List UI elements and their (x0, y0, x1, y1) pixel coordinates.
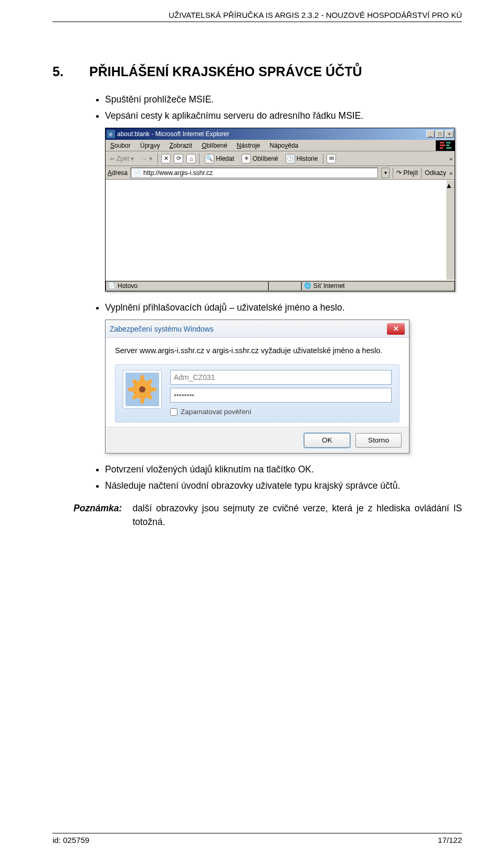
ie-app-icon: e (107, 130, 115, 138)
bullet-item: Spuštění prohlížeče MSIE. (105, 94, 462, 105)
home-icon[interactable]: ⌂ (186, 154, 196, 163)
star-icon: ✳ (242, 154, 251, 163)
menu-soubor[interactable]: Soubor (106, 142, 135, 149)
toolbar-overflow[interactable]: » (449, 156, 453, 162)
footer-page: 17/122 (438, 836, 462, 844)
credentials-dialog: Zabezpečení systému Windows ✕ Server www… (105, 320, 410, 454)
ie-logo-icon (436, 140, 455, 151)
ie-toolbar: ⇐ Zpět ▾ → ▾ ✕ ⟳ ⌂ 🔍Hledat ✳Oblíbené 🕑Hi… (106, 151, 455, 166)
links-label[interactable]: Odkazy (425, 169, 446, 177)
toolbar-separator (421, 168, 422, 178)
credentials-panel: Zapamatovat pověření (115, 364, 400, 423)
ok-button[interactable]: OK (304, 433, 350, 448)
section-heading: 5. PŘIHLÁŠENÍ KRAJSKÉHO SPRÁVCE ÚČTŮ (52, 64, 462, 79)
search-button[interactable]: 🔍Hledat (203, 153, 236, 164)
ie-menubar: Soubor Úpravy Zobrazit Oblíbené Nástroje… (106, 140, 455, 151)
menu-napoveda[interactable]: Nápověda (265, 142, 303, 149)
stop-icon[interactable]: ✕ (161, 154, 171, 163)
bullet-item: Potvrzení vložených údajů kliknutím na t… (105, 464, 462, 475)
toolbar-separator (323, 153, 323, 164)
ie-addressbar: Adresa 📄 http://www.argis-i.sshr.cz ▾ ↷ … (106, 166, 455, 180)
toolbar-separator (158, 153, 158, 164)
address-input[interactable]: 📄 http://www.argis-i.sshr.cz (131, 168, 378, 178)
svg-point-5 (128, 387, 136, 392)
menu-upravy[interactable]: Úpravy (135, 142, 165, 149)
note-block: Poznámka: další obrazovky jsou sejmuty z… (74, 502, 462, 529)
minimize-button[interactable]: _ (426, 130, 435, 138)
svg-point-6 (149, 387, 157, 392)
page-icon: 📄 (133, 169, 141, 177)
note-label: Poznámka: (74, 502, 122, 529)
dialog-close-button[interactable]: ✕ (387, 323, 405, 335)
links-overflow[interactable]: » (449, 170, 453, 176)
favorites-button[interactable]: ✳Oblíbené (239, 153, 280, 164)
toolbar-separator (199, 153, 200, 164)
close-button[interactable]: × (445, 130, 454, 138)
zone-text: Síť Internet (313, 282, 345, 290)
ie-titlebar[interactable]: e about:blank - Microsoft Internet Explo… (106, 128, 455, 140)
toolbar-separator (393, 168, 393, 178)
menu-nastroje[interactable]: Nástroje (232, 142, 265, 149)
maximize-button[interactable]: □ (436, 130, 444, 138)
refresh-icon[interactable]: ⟳ (174, 154, 183, 163)
menu-oblibene[interactable]: Oblíbené (197, 142, 232, 149)
back-button[interactable]: ⇐ Zpět ▾ (108, 154, 136, 163)
remember-label: Zapamatovat pověření (181, 408, 251, 416)
status-text: Hotovo (118, 282, 138, 290)
bullet-item: Následuje načtení úvodní obrazovky uživa… (105, 480, 462, 491)
section-title-text: PŘIHLÁŠENÍ KRAJSKÉHO SPRÁVCE ÚČTŮ (89, 64, 362, 79)
forward-button[interactable]: → ▾ (139, 154, 154, 163)
svg-point-3 (140, 375, 144, 383)
scrollbar-up[interactable]: ▴ (446, 180, 455, 188)
cancel-button[interactable]: Storno (355, 433, 402, 448)
search-icon: 🔍 (205, 154, 214, 163)
go-button[interactable]: ↷ Přejít (396, 169, 418, 177)
section-number: 5. (52, 64, 89, 79)
address-url: http://www.argis-i.sshr.cz (143, 169, 213, 177)
history-button[interactable]: 🕑Historie (284, 153, 320, 164)
bullet-item: Vepsání cesty k aplikačnímu serveru do a… (105, 110, 462, 121)
user-avatar-icon (123, 370, 162, 409)
svg-point-4 (140, 396, 144, 404)
page-header: UŽIVATELSKÁ PŘÍRUČKA IS ARGIS 2.3.2 - NO… (52, 11, 462, 22)
dialog-title: Zabezpečení systému Windows (110, 325, 387, 333)
address-label: Adresa (108, 169, 128, 177)
username-field[interactable] (170, 370, 392, 385)
bullet-item: Vyplnění přihlašovacích údajů – uživatel… (105, 302, 462, 313)
address-dropdown[interactable]: ▾ (381, 168, 390, 178)
globe-icon: 🌐 (304, 282, 311, 290)
dialog-footer: OK Storno (106, 427, 409, 453)
page-footer: id: 025759 17/122 (52, 833, 462, 844)
ie-window-title: about:blank - Microsoft Internet Explore… (117, 130, 426, 138)
remember-checkbox-label[interactable]: Zapamatovat pověření (170, 408, 392, 416)
ie-content-area: ▴ (106, 180, 455, 280)
menu-zobrazit[interactable]: Zobrazit (165, 142, 197, 149)
note-text: další obrazovky jsou sejmuty ze cvičné v… (132, 502, 462, 529)
dialog-message: Server www.argis-i.sshr.cz v argis-i.ssh… (115, 345, 400, 356)
mail-icon[interactable]: ✉ (327, 154, 336, 163)
history-icon: 🕑 (286, 154, 295, 163)
ie-browser-window: e about:blank - Microsoft Internet Explo… (105, 128, 455, 292)
footer-id: id: 025759 (52, 836, 89, 844)
dialog-titlebar[interactable]: Zabezpečení systému Windows ✕ (106, 320, 409, 338)
password-field[interactable] (170, 388, 392, 403)
page-icon: 📄 (108, 282, 116, 290)
svg-point-2 (139, 386, 145, 393)
remember-checkbox[interactable] (170, 408, 177, 416)
ie-statusbar: 📄 Hotovo 🌐 Síť Internet (106, 280, 455, 291)
